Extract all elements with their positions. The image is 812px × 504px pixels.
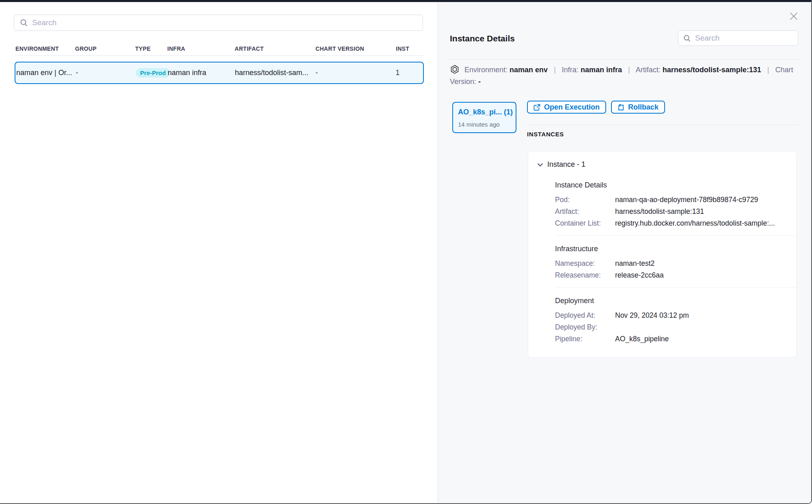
namespace-label: Namespace: xyxy=(555,259,615,267)
open-execution-label: Open Execution xyxy=(544,103,600,112)
action-buttons: Open Execution Rollback xyxy=(527,101,665,114)
rollback-icon xyxy=(618,104,624,111)
artifact-value: harness/todolist-sample:131 xyxy=(615,207,704,215)
col-header-infra: INFRA xyxy=(167,45,235,52)
infra-label: Infra: xyxy=(562,66,579,74)
table-row[interactable]: naman env | Or... - Pre-Prod naman infra… xyxy=(15,62,424,84)
pod-label: Pod: xyxy=(555,196,615,204)
pipeline-row: Pipeline: AO_k8s_pipeline xyxy=(555,335,786,343)
panel-header-divider xyxy=(450,59,798,60)
cell-infra: naman infra xyxy=(168,69,235,77)
cell-chart-version: - xyxy=(315,69,395,77)
panel-search-input[interactable] xyxy=(695,34,795,43)
deployed-at-label: Deployed At: xyxy=(555,311,615,319)
pod-value: naman-qa-ao-deployment-78f9b89874-c9729 xyxy=(615,196,758,204)
cell-inst: 1 xyxy=(395,69,423,77)
pipeline-label: Pipeline: xyxy=(555,335,615,343)
instances-heading: INSTANCES xyxy=(527,131,564,138)
pipeline-card-name: AO_k8s_pi... (1) xyxy=(458,108,511,116)
artifact-label: Artifact: xyxy=(636,66,661,74)
table-header-row: ENVIRONMENT GROUP TYPE INFRA ARTIFACT CH… xyxy=(15,45,424,52)
search-icon xyxy=(20,19,28,27)
environment-icon xyxy=(450,65,460,74)
open-execution-button[interactable]: Open Execution xyxy=(527,101,606,114)
rollback-label: Rollback xyxy=(628,103,659,112)
releasename-value: release-2cc6aa xyxy=(615,271,664,279)
container-list-row: Container List: registry.hub.docker.com/… xyxy=(555,219,786,227)
instance-card: Instance - 1 Instance Details Pod: naman… xyxy=(528,151,797,358)
panel-title: Instance Details xyxy=(450,34,515,43)
instances-divider xyxy=(527,125,798,125)
deployed-at-value: Nov 29, 2024 03:12 pm xyxy=(615,311,689,319)
table-search-box[interactable] xyxy=(14,15,423,31)
namespace-value: naman-test2 xyxy=(615,259,654,267)
deployment-heading: Deployment xyxy=(555,297,786,305)
deployment-summary: Environment: naman env | Infra: naman in… xyxy=(450,64,794,88)
instance-details-panel: Instance Details Environment: naman env … xyxy=(438,2,812,504)
infrastructure-heading: Infrastructure xyxy=(555,245,786,253)
col-header-type: TYPE xyxy=(135,45,167,52)
section-divider xyxy=(555,287,797,288)
app-window: ENVIRONMENT GROUP TYPE INFRA ARTIFACT CH… xyxy=(0,0,812,504)
cell-artifact: harness/todolist-sam... xyxy=(235,69,315,77)
separator: | xyxy=(767,66,769,74)
search-icon xyxy=(683,34,691,42)
artifact-value: harness/todolist-sample:131 xyxy=(663,66,761,74)
close-icon[interactable] xyxy=(788,11,799,22)
separator: | xyxy=(554,66,556,74)
instance-body: Instance Details Pod: naman-qa-ao-deploy… xyxy=(555,181,786,343)
panel-search-box[interactable] xyxy=(678,30,798,46)
col-header-inst: INST xyxy=(396,45,423,52)
instance-accordion-header[interactable]: Instance - 1 xyxy=(537,160,786,169)
chevron-down-icon xyxy=(537,163,543,167)
environment-label: Environment: xyxy=(464,66,508,74)
cell-environment: naman env | Or... xyxy=(16,69,76,77)
infra-value: naman infra xyxy=(581,66,622,74)
cell-type: Pre-Prod xyxy=(136,68,168,78)
container-list-value: registry.hub.docker.com/harness/todolist… xyxy=(615,219,775,227)
search-input[interactable] xyxy=(32,18,417,27)
pipeline-value: AO_k8s_pipeline xyxy=(615,335,669,343)
container-list-label: Container List: xyxy=(555,219,615,227)
pod-row: Pod: naman-qa-ao-deployment-78f9b89874-c… xyxy=(555,196,786,204)
cell-group: - xyxy=(76,69,136,77)
chart-version-value: - xyxy=(478,78,481,86)
section-divider xyxy=(555,235,797,236)
environment-value: naman env xyxy=(510,66,548,74)
deployed-by-label: Deployed By: xyxy=(555,323,615,331)
environments-table-pane: ENVIRONMENT GROUP TYPE INFRA ARTIFACT CH… xyxy=(0,2,438,504)
col-header-group: GROUP xyxy=(75,45,135,52)
artifact-label: Artifact: xyxy=(555,207,615,215)
instance-details-heading: Instance Details xyxy=(555,181,786,190)
namespace-row: Namespace: naman-test2 xyxy=(555,259,786,267)
pipeline-card-time: 14 minutes ago xyxy=(458,121,511,128)
col-header-environment: ENVIRONMENT xyxy=(15,45,75,52)
releasename-row: Releasename: release-2cc6aa xyxy=(555,271,786,279)
pipeline-execution-card[interactable]: AO_k8s_pi... (1) 14 minutes ago xyxy=(452,102,516,133)
artifact-row: Artifact: harness/todolist-sample:131 xyxy=(555,207,786,215)
rollback-button[interactable]: Rollback xyxy=(611,101,665,114)
separator: | xyxy=(628,66,630,74)
table-header-divider xyxy=(15,55,423,56)
deployed-at-row: Deployed At: Nov 29, 2024 03:12 pm xyxy=(555,311,786,319)
pre-prod-badge: Pre-Prod xyxy=(136,68,170,78)
releasename-label: Releasename: xyxy=(555,271,615,279)
instance-title: Instance - 1 xyxy=(547,160,585,169)
col-header-chart-version: CHART VERSION xyxy=(315,45,396,52)
col-header-artifact: ARTIFACT xyxy=(235,45,315,52)
external-link-icon xyxy=(533,104,540,111)
deployed-by-row: Deployed By: xyxy=(555,323,786,331)
